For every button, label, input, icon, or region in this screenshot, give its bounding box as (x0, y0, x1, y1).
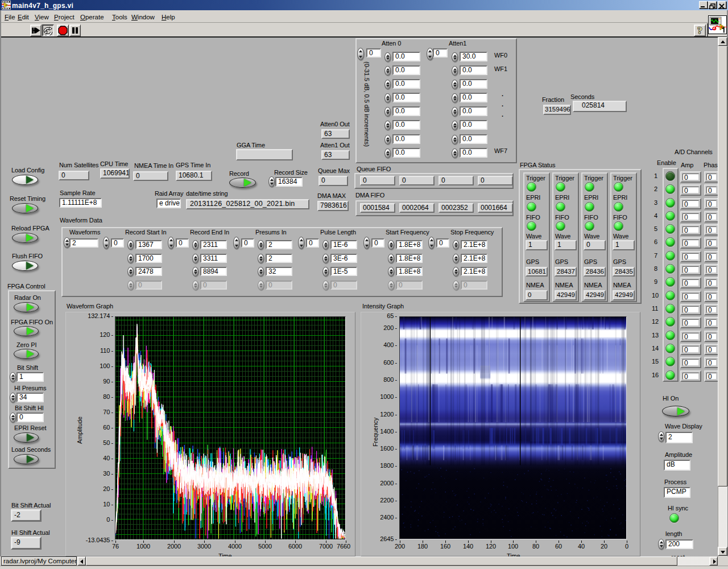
svg-text:?: ? (697, 25, 702, 36)
